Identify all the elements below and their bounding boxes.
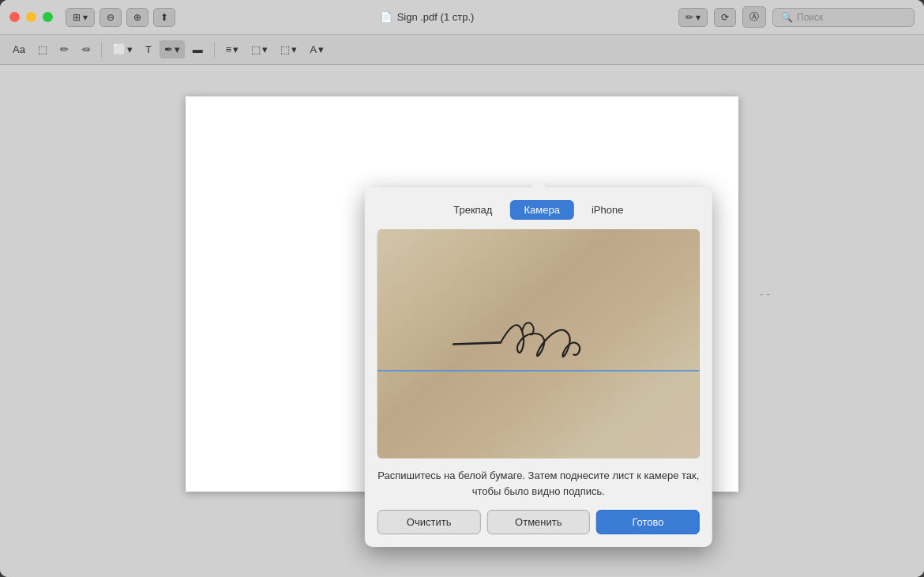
clear-button[interactable]: Очистить <box>377 510 481 534</box>
signature-popup: Трекпад Камера iPhone <box>365 187 712 547</box>
app-window: ⊞ ▾ ⊖ ⊕ ⬆ 📄 Sign .pdf (1 стр.) ✏ ▾ ⟳ <box>0 0 924 577</box>
rotate-icon: ⟳ <box>721 12 729 23</box>
sidebar-toggle-button[interactable]: ⊞ ▾ <box>66 8 95 27</box>
done-button[interactable]: Готово <box>596 510 700 534</box>
signature-icon: ✒ <box>164 43 173 55</box>
title-bar: ⊞ ▾ ⊖ ⊕ ⬆ 📄 Sign .pdf (1 стр.) ✏ ▾ ⟳ <box>0 0 924 35</box>
zoom-in-icon: ⊕ <box>133 12 141 23</box>
divider2 <box>214 42 215 58</box>
camera-guideline <box>377 370 700 371</box>
search-icon: 🔍 <box>781 12 793 23</box>
font-size-button[interactable]: Aa <box>8 40 30 58</box>
title-bar-right: ✏ ▾ ⟳ Ⓐ 🔍 Поиск <box>678 6 915 28</box>
eraser-button[interactable]: ✏ <box>77 40 95 58</box>
share-icon: ⬆ <box>160 12 168 23</box>
close-button[interactable] <box>9 12 20 22</box>
signature-button[interactable]: ✒ ▾ <box>160 40 185 58</box>
divider1 <box>101 42 102 58</box>
pencil-icon: ✏ <box>685 12 693 23</box>
border-button[interactable]: ⬚ ▾ <box>246 40 272 58</box>
shapes-icon: ⬜ <box>113 43 126 55</box>
color-button[interactable]: ⬚ ▾ <box>276 40 302 58</box>
border-icon: ⬚ <box>251 43 261 55</box>
annotate-button[interactable]: ✏ ▾ <box>678 8 708 27</box>
font-icon: A <box>310 43 317 55</box>
annotate-arrow: ▾ <box>696 12 701 23</box>
signature-scribble <box>441 310 618 379</box>
tab-trackpad[interactable]: Трекпад <box>439 200 506 220</box>
align-button[interactable]: ≡ ▾ <box>221 40 244 58</box>
search-placeholder-text: Поиск <box>797 12 823 23</box>
selection-button[interactable]: ⬚ <box>33 40 52 58</box>
sidebar-toggle-arrow: ▾ <box>83 12 88 23</box>
svg-line-0 <box>453 342 501 344</box>
shapes-button[interactable]: ⬜ ▾ <box>108 40 137 58</box>
redact-button[interactable]: ▬ <box>188 40 208 58</box>
signature-tabs: Трекпад Камера iPhone <box>377 200 700 220</box>
align-icon: ≡ <box>226 43 232 55</box>
cancel-button[interactable]: Отменить <box>486 510 590 534</box>
pdf-dashes: - - <box>760 288 770 300</box>
redact-icon: ▬ <box>193 43 203 55</box>
search-bar[interactable]: 🔍 Поиск <box>772 8 915 27</box>
doc-icon: 📄 <box>380 11 393 23</box>
window-title: 📄 Sign .pdf (1 стр.) <box>175 11 678 23</box>
zoom-in-button[interactable]: ⊕ <box>126 8 148 27</box>
camera-view <box>377 229 700 458</box>
sidebar-toggle-icon: ⊞ <box>73 12 81 23</box>
instructions-text: Распишитесь на белой бумаге. Затем подне… <box>377 468 700 499</box>
zoom-out-button[interactable]: ⊖ <box>100 8 122 27</box>
traffic-lights <box>9 12 53 22</box>
rotate-button[interactable]: ⟳ <box>714 8 736 27</box>
maximize-button[interactable] <box>43 12 53 22</box>
draw-button[interactable]: ✏ <box>55 40 73 58</box>
eraser-icon: ✏ <box>81 43 90 55</box>
tab-camera[interactable]: Камера <box>509 200 573 220</box>
markup-button[interactable]: Ⓐ <box>742 6 766 28</box>
font-button[interactable]: A ▾ <box>305 40 329 58</box>
tab-iphone[interactable]: iPhone <box>577 200 637 220</box>
markup-icon: Ⓐ <box>749 10 759 24</box>
color-icon: ⬚ <box>280 43 290 55</box>
share-button[interactable]: ⬆ <box>153 8 175 27</box>
text-button[interactable]: T <box>141 40 156 58</box>
zoom-out-icon: ⊖ <box>107 12 115 23</box>
content-area: - - Трекпад Камера iPhone <box>0 65 924 577</box>
selection-icon: ⬚ <box>38 43 47 55</box>
annotation-toolbar: Aa ⬚ ✏ ✏ ⬜ ▾ T ✒ ▾ ▬ ≡ ▾ ⬚ <box>0 35 924 65</box>
minimize-button[interactable] <box>26 12 36 22</box>
popup-buttons: Очистить Отменить Готово <box>377 510 700 534</box>
camera-background <box>377 229 700 458</box>
draw-icon: ✏ <box>60 43 69 55</box>
